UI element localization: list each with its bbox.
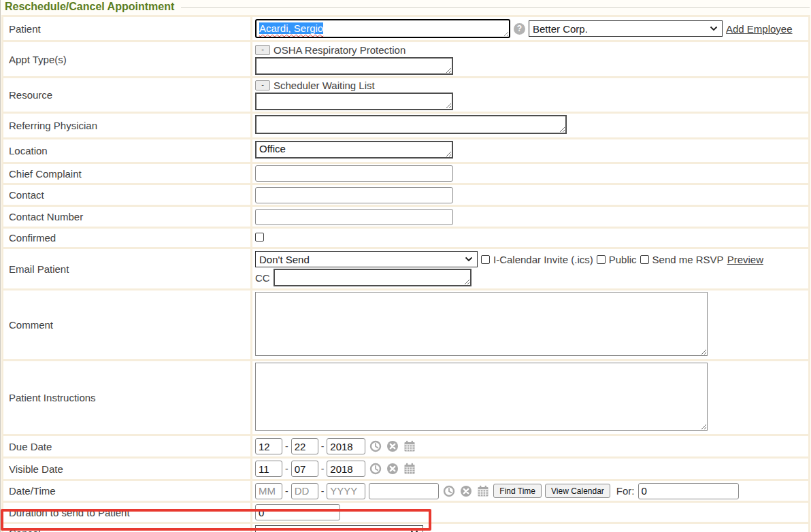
send-me-rsvp-label: Send me RSVP bbox=[652, 254, 724, 265]
appointment-form: Patient Acardi, Sergio ? Better Corp. Ad… bbox=[1, 15, 810, 532]
due-date-year-input[interactable] bbox=[327, 438, 365, 454]
confirmed-checkbox[interactable] bbox=[255, 233, 264, 242]
visible-date-calendar-icon[interactable] bbox=[403, 462, 416, 476]
due-date-time-icon[interactable] bbox=[369, 439, 382, 453]
row-duration: Duration to send to Patient bbox=[3, 503, 808, 522]
row-confirmed: Confirmed bbox=[3, 229, 808, 247]
visible-date-day-input[interactable] bbox=[291, 461, 318, 477]
cc-input[interactable] bbox=[274, 269, 471, 286]
row-email-patient: Email Patient Don't Send I-Calendar Invi… bbox=[3, 249, 808, 288]
row-appt-types: Appt Type(s) - OSHA Respiratory Protecti… bbox=[3, 42, 808, 76]
calendar-icon bbox=[403, 463, 416, 475]
view-calendar-button[interactable]: View Calendar bbox=[545, 484, 610, 498]
row-date-time: Date/Time - - Find Time View Calendar Fo… bbox=[3, 481, 808, 501]
for-input[interactable] bbox=[638, 483, 739, 499]
icalendar-invite-checkbox[interactable] bbox=[481, 255, 490, 264]
preview-link[interactable]: Preview bbox=[727, 254, 763, 265]
find-time-button[interactable]: Find Time bbox=[493, 484, 542, 498]
patient-instructions-label: Patient Instructions bbox=[9, 392, 96, 403]
help-icon[interactable]: ? bbox=[514, 23, 525, 35]
due-date-clear-icon[interactable] bbox=[386, 439, 399, 453]
date-time-year-input[interactable] bbox=[327, 483, 365, 499]
contact-number-label: Contact Number bbox=[9, 211, 83, 222]
row-resource: Resource - Scheduler Waiting List bbox=[3, 78, 808, 112]
due-date-month-input[interactable] bbox=[255, 438, 282, 454]
date-separator: - bbox=[321, 441, 325, 452]
row-patient-instructions: Patient Instructions bbox=[3, 361, 808, 434]
clear-icon bbox=[386, 440, 399, 452]
send-me-rsvp-checkbox[interactable] bbox=[640, 255, 649, 264]
due-date-day-input[interactable] bbox=[291, 438, 318, 454]
appt-types-label: Appt Type(s) bbox=[9, 54, 67, 65]
date-time-calendar-icon[interactable] bbox=[476, 484, 490, 498]
visible-date-year-input[interactable] bbox=[327, 461, 365, 477]
visible-date-clear-icon[interactable] bbox=[386, 462, 399, 476]
duration-input[interactable] bbox=[255, 504, 340, 520]
date-time-month-input[interactable] bbox=[255, 483, 282, 499]
visible-date-label: Visible Date bbox=[9, 463, 63, 475]
resource-input[interactable] bbox=[255, 93, 453, 110]
calendar-icon bbox=[403, 440, 416, 452]
chief-complaint-input[interactable] bbox=[255, 165, 453, 182]
patient-input-selected-text: Acardi, Sergio bbox=[259, 22, 323, 34]
clear-icon bbox=[386, 463, 399, 475]
row-cancel: Cancel bbox=[3, 524, 808, 532]
email-send-select-value: Don't Send bbox=[259, 254, 310, 265]
patient-instructions-input[interactable] bbox=[255, 363, 708, 431]
add-employee-link[interactable]: Add Employee bbox=[726, 23, 793, 35]
cancel-select[interactable] bbox=[255, 525, 423, 532]
date-separator: - bbox=[321, 463, 325, 474]
location-input[interactable]: Office bbox=[255, 141, 453, 159]
chief-complaint-label: Chief Complaint bbox=[9, 168, 82, 180]
location-label: Location bbox=[9, 145, 48, 156]
public-checkbox[interactable] bbox=[597, 255, 606, 264]
date-separator: - bbox=[285, 441, 288, 452]
remove-appt-type-button[interactable]: - bbox=[255, 45, 270, 55]
row-referring-physician: Referring Physician bbox=[3, 114, 808, 137]
row-due-date: Due Date - - bbox=[3, 436, 808, 456]
row-visible-date: Visible Date - - bbox=[3, 459, 808, 479]
company-select-value: Better Corp. bbox=[533, 23, 588, 35]
visible-date-month-input[interactable] bbox=[255, 461, 282, 477]
calendar-icon bbox=[477, 485, 489, 497]
contact-input[interactable] bbox=[255, 187, 453, 203]
resource-selected: Scheduler Waiting List bbox=[274, 80, 375, 91]
company-select[interactable]: Better Corp. bbox=[529, 20, 723, 37]
date-time-time-input[interactable] bbox=[369, 483, 439, 499]
email-patient-label: Email Patient bbox=[9, 263, 69, 275]
form-header: Reschedule/Cancel Appointment bbox=[1, 0, 811, 15]
page-title: Reschedule/Cancel Appointment bbox=[5, 0, 174, 14]
row-comment: Comment bbox=[3, 290, 808, 359]
appt-type-input[interactable] bbox=[255, 57, 453, 75]
legend-divider bbox=[181, 7, 810, 8]
contact-label: Contact bbox=[9, 189, 44, 201]
comment-input[interactable] bbox=[255, 292, 708, 356]
referring-physician-input[interactable] bbox=[255, 115, 567, 134]
email-send-select[interactable]: Don't Send bbox=[255, 251, 478, 267]
date-separator: - bbox=[285, 463, 288, 474]
referring-physician-label: Referring Physician bbox=[9, 120, 97, 131]
patient-input[interactable]: Acardi, Sergio bbox=[255, 19, 510, 38]
confirmed-label: Confirmed bbox=[9, 232, 56, 244]
clock-icon bbox=[369, 463, 382, 475]
resource-label: Resource bbox=[9, 89, 52, 101]
date-time-day-input[interactable] bbox=[291, 483, 318, 499]
clear-icon bbox=[460, 485, 472, 497]
due-date-label: Due Date bbox=[9, 441, 52, 452]
date-time-clear-icon[interactable] bbox=[459, 484, 473, 498]
remove-resource-button[interactable]: - bbox=[255, 80, 270, 90]
duration-label: Duration to send to Patient bbox=[9, 507, 130, 518]
comment-label: Comment bbox=[9, 319, 53, 331]
contact-number-input[interactable] bbox=[255, 209, 453, 225]
cc-label: CC bbox=[255, 272, 270, 284]
chevron-down-icon bbox=[710, 26, 718, 31]
row-contact-number: Contact Number bbox=[3, 207, 808, 227]
visible-date-time-icon[interactable] bbox=[369, 462, 382, 476]
due-date-calendar-icon[interactable] bbox=[403, 439, 416, 453]
appt-type-selected: OSHA Respiratory Protection bbox=[274, 44, 405, 56]
row-chief-complaint: Chief Complaint bbox=[3, 164, 808, 183]
date-separator: - bbox=[285, 486, 288, 497]
date-time-time-icon[interactable] bbox=[442, 484, 456, 498]
patient-label: Patient bbox=[9, 23, 41, 35]
row-location: Location Office bbox=[3, 139, 808, 162]
